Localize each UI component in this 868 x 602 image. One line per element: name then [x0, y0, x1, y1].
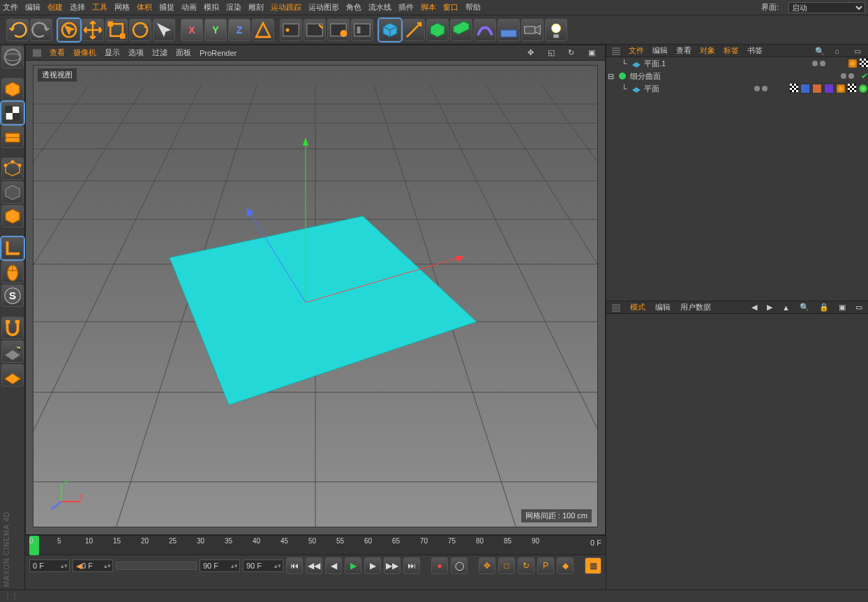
attr-max-icon[interactable]: ▭	[855, 303, 862, 312]
make-editable-icon[interactable]	[1, 78, 24, 100]
texture-mode-icon[interactable]	[1, 126, 24, 148]
next-frame-button[interactable]: ▶	[364, 557, 381, 574]
menu-volume[interactable]: 体积	[137, 2, 152, 13]
menu-window[interactable]: 窗口	[443, 2, 458, 13]
attrtab-userdata[interactable]: 用户数据	[680, 302, 711, 313]
y-axis-lock-button[interactable]: Y	[204, 19, 227, 41]
tree-row-plane1[interactable]: └ 平面.1	[606, 57, 868, 70]
uvw-tag-icon[interactable]	[790, 84, 798, 92]
tree-name-plane1[interactable]: 平面.1	[644, 59, 672, 69]
vmenu-view[interactable]: 查看	[50, 47, 65, 58]
attr-up-icon[interactable]: ▲	[782, 303, 790, 312]
record-button[interactable]: ●	[431, 557, 448, 574]
objtab-view[interactable]: 查看	[676, 45, 691, 56]
range-start-box[interactable]: 0 F▴▾	[29, 559, 70, 572]
objtab-search-icon[interactable]: 🔍	[815, 47, 823, 55]
deformer-button[interactable]	[474, 19, 496, 41]
menu-pipeline[interactable]: 流水线	[368, 2, 391, 13]
objtab-objects[interactable]: 对象	[700, 45, 715, 56]
autokey-button[interactable]: ◯	[451, 557, 467, 574]
person-tag-icon[interactable]	[812, 84, 822, 93]
goto-end-button[interactable]: ⏭	[403, 557, 420, 574]
vmenu-filter[interactable]: 过滤	[152, 47, 167, 58]
key-pla-button[interactable]: ◆	[557, 557, 574, 574]
material-tag-icon[interactable]	[836, 84, 846, 93]
menu-snap[interactable]: 捕捉	[159, 2, 174, 13]
prev-key-button[interactable]: ◀◀	[306, 557, 322, 574]
workplane-icon[interactable]	[1, 340, 24, 363]
vmenu-display[interactable]: 显示	[105, 47, 120, 58]
key-scale-button[interactable]: □	[498, 557, 515, 574]
menu-mesh[interactable]: 网格	[114, 2, 130, 13]
key-param-button[interactable]: P	[537, 557, 554, 574]
material-tag-icon[interactable]	[848, 59, 858, 68]
viewport-nav-icon[interactable]: ✥	[527, 48, 537, 58]
visibility-dots[interactable]	[754, 86, 768, 91]
viewport-max-icon[interactable]: ▣	[588, 48, 598, 58]
current-frame-box[interactable]: ◀ 0 F▴▾	[73, 559, 113, 572]
model-mode-icon[interactable]	[1, 102, 24, 124]
objtab-home-icon[interactable]: ⌂	[835, 47, 843, 55]
coordinate-system-button[interactable]	[252, 19, 274, 41]
scale-tool-button[interactable]	[105, 19, 128, 41]
attr-search-icon[interactable]: 🔍	[800, 303, 809, 312]
generators-button[interactable]	[426, 19, 449, 41]
locked-workplane-icon[interactable]	[1, 364, 24, 386]
play-button[interactable]: ▶	[345, 557, 361, 574]
menu-plugins[interactable]: 插件	[398, 2, 414, 13]
viewport-rotate-icon[interactable]: ↻	[568, 48, 578, 58]
project-length-box[interactable]: 90 F▴▾	[243, 559, 283, 572]
key-pos-button[interactable]: ✥	[479, 557, 495, 574]
primitive-cube-button[interactable]	[379, 19, 401, 41]
green-sphere-tag-icon[interactable]	[858, 84, 868, 93]
vmenu-camera[interactable]: 摄像机	[73, 47, 96, 58]
tags-plane[interactable]	[790, 84, 868, 93]
objtab-tags[interactable]: 标签	[724, 45, 739, 56]
tree-row-plane[interactable]: └ 平面	[606, 82, 868, 95]
picture-viewer-button[interactable]	[351, 19, 373, 41]
move-tool-button[interactable]	[82, 19, 104, 41]
attrtab-mode[interactable]: 模式	[630, 302, 645, 313]
vmenu-options[interactable]: 选项	[128, 47, 144, 58]
menu-mograph[interactable]: 运动图形	[308, 2, 339, 13]
attr-back-icon[interactable]: ◀	[751, 303, 757, 312]
keyframe-sel-button[interactable]: ▦	[585, 557, 601, 574]
attrtab-edit[interactable]: 编辑	[655, 302, 671, 313]
render-picture-button[interactable]	[304, 19, 326, 41]
axis-l-icon[interactable]	[1, 237, 24, 259]
undo-button[interactable]	[6, 19, 29, 41]
light-button[interactable]	[545, 19, 567, 41]
menu-edit[interactable]: 编辑	[25, 2, 40, 13]
timeline-ruler[interactable]: 0 5 10 15 20 25 30 35 40 45 50 55 60 65 …	[25, 536, 606, 555]
menu-render[interactable]: 渲染	[226, 2, 241, 13]
vmenu-prorender[interactable]: ProRender	[200, 49, 237, 57]
menu-tools[interactable]: 工具	[92, 2, 107, 13]
camera-button[interactable]	[521, 19, 544, 41]
objtab-bookmarks[interactable]: 书签	[747, 45, 763, 56]
z-axis-lock-button[interactable]: Z	[228, 19, 250, 41]
redo-button[interactable]	[30, 19, 52, 41]
menu-sculpt[interactable]: 雕刻	[248, 2, 264, 13]
menu-simulate[interactable]: 模拟	[204, 2, 219, 13]
poly-mode-icon[interactable]	[1, 205, 24, 227]
menu-help[interactable]: 帮助	[465, 2, 481, 13]
menu-character[interactable]: 角色	[346, 2, 361, 13]
visibility-dots[interactable]	[841, 73, 854, 79]
goto-start-button[interactable]: ⏮	[286, 557, 303, 574]
menu-create[interactable]: 创建	[47, 2, 63, 13]
checker-tag-icon[interactable]	[848, 84, 856, 92]
menu-motiontracker[interactable]: 运动跟踪	[271, 2, 301, 13]
rotate-tool-button[interactable]	[129, 19, 151, 41]
tweak-mouse-icon[interactable]	[1, 261, 24, 283]
x-axis-lock-button[interactable]: X	[181, 19, 203, 41]
magnet-icon[interactable]	[1, 317, 24, 339]
array-button[interactable]	[450, 19, 472, 41]
attr-fwd-icon[interactable]: ▶	[767, 303, 772, 312]
checker-tag-icon[interactable]	[860, 59, 868, 67]
environment-button[interactable]	[497, 19, 520, 41]
tree-name-subdiv[interactable]: 细分曲面	[630, 71, 661, 82]
tree-row-subdiv[interactable]: ⊟ 细分曲面 ✔	[606, 70, 868, 82]
tags-plane1[interactable]	[848, 59, 868, 68]
render-settings-button[interactable]	[327, 19, 350, 41]
prev-frame-button[interactable]: ◀	[325, 557, 342, 574]
